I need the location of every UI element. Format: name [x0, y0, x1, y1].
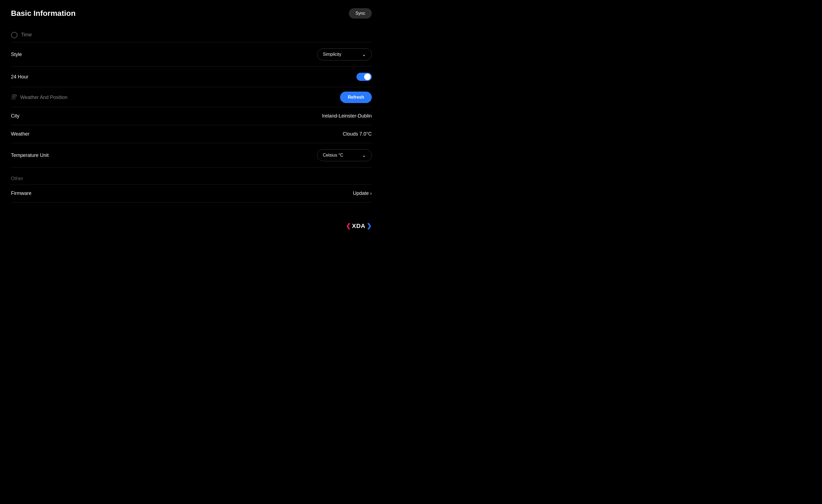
temperature-label: Temperature Unit	[11, 152, 49, 158]
24hour-label: 24 Hour	[11, 74, 28, 80]
sync-button[interactable]: Sync	[349, 8, 372, 19]
xda-logo: ❮ XDA ❯	[346, 222, 372, 229]
other-label: Other	[11, 176, 372, 181]
temperature-dropdown[interactable]: Celsius °C ⌄	[317, 149, 372, 161]
style-row: Style Simplicity ⌄	[11, 42, 372, 66]
time-section-header: ◯ Time	[11, 27, 372, 42]
xda-text: XDA	[352, 222, 366, 229]
clock-icon: ◯	[11, 31, 18, 38]
header: Basic Information Sync	[11, 8, 372, 19]
weather-value: Clouds 7.0°C	[343, 131, 372, 137]
chevron-down-icon-2: ⌄	[362, 152, 366, 158]
toggle-thumb	[364, 73, 371, 80]
divider-9	[11, 202, 372, 202]
firmware-row: Firmware Update ›	[11, 184, 372, 202]
firmware-value[interactable]: Update ›	[353, 190, 372, 196]
24hour-toggle[interactable]	[357, 73, 372, 81]
other-section: Other Firmware Update ›	[11, 167, 372, 202]
weather-label: Weather	[11, 131, 29, 137]
chevron-down-icon: ⌄	[362, 51, 366, 57]
weather-icon: ⛈	[11, 94, 17, 101]
time-section-label: Time	[21, 32, 32, 38]
style-label: Style	[11, 52, 22, 57]
weather-section-header: ⛈ Weather And Position Refresh	[11, 87, 372, 107]
weather-row: Weather Clouds 7.0°C	[11, 125, 372, 143]
style-dropdown[interactable]: Simplicity ⌄	[317, 48, 372, 60]
temperature-row: Temperature Unit Celsius °C ⌄	[11, 143, 372, 167]
weather-section-label: Weather And Position	[20, 95, 337, 100]
city-row: City Ireland-Leinster-Dublin	[11, 107, 372, 125]
temperature-value: Celsius °C	[323, 153, 343, 158]
24hour-row: 24 Hour	[11, 67, 372, 87]
style-value: Simplicity	[323, 52, 341, 57]
xda-bracket-right: ❯	[367, 222, 372, 229]
city-value: Ireland-Leinster-Dublin	[322, 113, 372, 119]
firmware-label: Firmware	[11, 190, 31, 196]
page-title: Basic Information	[11, 9, 75, 18]
xda-bracket-left: ❮	[346, 222, 351, 229]
refresh-button[interactable]: Refresh	[340, 92, 372, 103]
city-label: City	[11, 113, 19, 119]
toggle-track	[357, 73, 372, 81]
